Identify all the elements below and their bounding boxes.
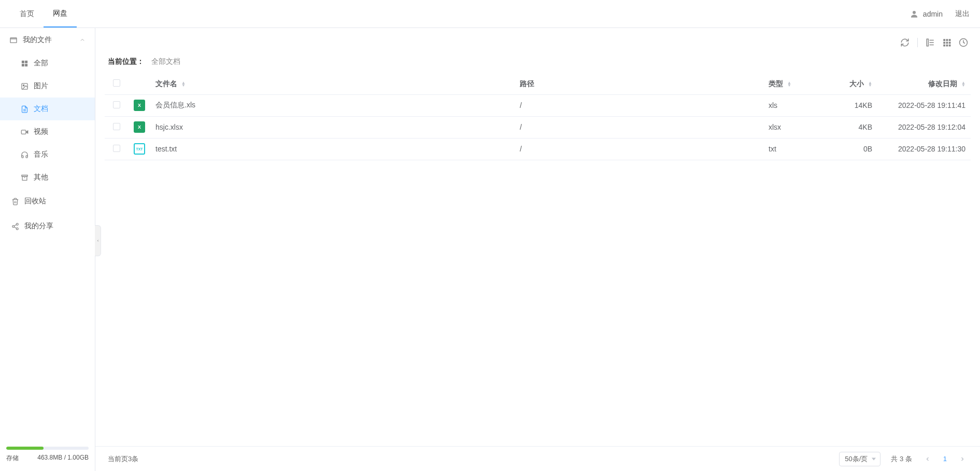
share-icon — [11, 223, 19, 230]
breadcrumb-root[interactable]: 全部文档 — [151, 57, 180, 66]
file-date: 2022-05-28 19:11:30 — [877, 138, 971, 160]
file-size: 0B — [820, 138, 877, 160]
storage-info: 存储 463.8MB / 1.00GB — [0, 441, 95, 471]
file-type: txt — [763, 138, 820, 160]
logout-link[interactable]: 退出 — [955, 9, 970, 19]
sidebar-item-label: 其他 — [34, 173, 48, 182]
chevron-left-icon — [96, 238, 100, 243]
prev-page-button[interactable] — [922, 454, 933, 464]
svg-line-18 — [14, 225, 16, 226]
file-size: 4KB — [820, 116, 877, 138]
sort-icon: ▲▼ — [787, 81, 791, 87]
svg-point-0 — [913, 11, 916, 14]
sidebar-item-images[interactable]: 图片 — [0, 75, 95, 98]
chevron-left-icon — [925, 456, 931, 462]
separator — [917, 38, 918, 47]
svg-rect-13 — [22, 176, 27, 181]
svg-rect-20 — [927, 39, 928, 46]
page-size-select[interactable]: 50条/页 — [839, 452, 880, 466]
main: 当前位置： 全部文档 文件名 ▲▼ 路径 类型 — [95, 28, 980, 471]
list-icon — [926, 38, 935, 47]
file-type: xls — [763, 94, 820, 116]
refresh-button[interactable] — [899, 36, 911, 49]
table-row[interactable]: TXTtest.txt/txt0B2022-05-28 19:11:30 — [105, 138, 971, 160]
sidebar-item-documents[interactable]: 文档 — [0, 98, 95, 120]
svg-rect-31 — [946, 45, 948, 47]
svg-point-7 — [23, 85, 24, 86]
breadcrumb: 当前位置： 全部文档 — [95, 57, 980, 74]
headphones-icon — [21, 151, 29, 159]
svg-rect-28 — [946, 42, 948, 44]
svg-line-19 — [14, 227, 16, 228]
header-name[interactable]: 文件名 ▲▼ — [150, 74, 515, 94]
file-date: 2022-05-28 19:12:04 — [877, 116, 971, 138]
pagination-footer: 当前页3条 50条/页 共 3 条 1 — [95, 446, 980, 471]
video-icon — [21, 128, 29, 136]
sort-icon: ▲▼ — [961, 81, 965, 87]
toolbar — [95, 28, 980, 57]
file-name[interactable]: test.txt — [150, 138, 515, 160]
svg-rect-29 — [949, 42, 951, 44]
total-count: 共 3 条 — [891, 454, 912, 464]
sidebar-item-label: 图片 — [34, 81, 48, 91]
svg-rect-2 — [22, 60, 24, 63]
next-page-button[interactable] — [957, 454, 968, 464]
grid-view-button[interactable] — [941, 36, 953, 49]
svg-point-15 — [16, 223, 18, 225]
file-type: xlsx — [763, 116, 820, 138]
table-row[interactable]: Xhsjc.xlsx/xlsx4KB2022-05-28 19:12:04 — [105, 116, 971, 138]
tab-home[interactable]: 首页 — [10, 0, 44, 27]
file-name[interactable]: 会员信息.xls — [150, 94, 515, 116]
sidebar-item-label: 全部 — [34, 59, 48, 68]
row-checkbox[interactable] — [113, 145, 120, 152]
sidebar-collapse-handle[interactable] — [95, 225, 101, 256]
nav-tabs: 首页 网盘 — [10, 0, 77, 27]
svg-rect-3 — [25, 60, 27, 63]
storage-bar — [6, 447, 89, 450]
file-path: / — [515, 94, 763, 116]
header-right: admin 退出 — [910, 9, 970, 19]
header-size[interactable]: 大小 ▲▼ — [820, 74, 877, 94]
user-icon — [910, 9, 919, 19]
sidebar-item-label: 文档 — [34, 104, 48, 114]
file-date: 2022-05-28 19:11:41 — [877, 94, 971, 116]
refresh-icon — [900, 38, 910, 47]
svg-point-17 — [16, 228, 18, 230]
list-view-button[interactable] — [924, 36, 936, 49]
archive-icon — [21, 174, 29, 182]
table-row[interactable]: X会员信息.xls/xls14KB2022-05-28 19:11:41 — [105, 94, 971, 116]
grid-icon — [21, 60, 29, 67]
sidebar-item-label: 视频 — [34, 127, 48, 136]
file-type-icon: TXT — [134, 143, 145, 155]
breadcrumb-label: 当前位置： — [108, 57, 144, 66]
my-files-header[interactable]: 我的文件 — [0, 28, 95, 52]
sidebar-item-share[interactable]: 我的分享 — [0, 214, 95, 239]
header: 首页 网盘 admin 退出 — [0, 0, 980, 28]
sidebar-item-videos[interactable]: 视频 — [0, 120, 95, 143]
row-checkbox[interactable] — [113, 123, 120, 130]
storage-label: 存储 — [6, 454, 19, 463]
header-path: 路径 — [515, 74, 763, 94]
file-name[interactable]: hsjc.xlsx — [150, 116, 515, 138]
tab-netdisk[interactable]: 网盘 — [44, 0, 77, 27]
header-type[interactable]: 类型 ▲▼ — [763, 74, 820, 94]
svg-rect-27 — [943, 42, 945, 44]
table-header-row: 文件名 ▲▼ 路径 类型 ▲▼ 大小 ▲▼ 修改日期 — [105, 74, 971, 94]
sidebar-item-recycle[interactable]: 回收站 — [0, 189, 95, 214]
header-date[interactable]: 修改日期 ▲▼ — [877, 74, 971, 94]
file-table: 文件名 ▲▼ 路径 类型 ▲▼ 大小 ▲▼ 修改日期 — [95, 74, 980, 446]
row-checkbox[interactable] — [113, 101, 120, 108]
page-number[interactable]: 1 — [940, 453, 950, 465]
select-all-checkbox[interactable] — [113, 79, 120, 87]
storage-fill — [6, 447, 44, 450]
user-menu[interactable]: admin — [910, 9, 943, 19]
my-files-group: 我的文件 全部 图片 文档 — [0, 28, 95, 189]
svg-rect-25 — [946, 39, 948, 41]
timeline-view-button[interactable] — [957, 36, 970, 49]
sidebar-item-other[interactable]: 其他 — [0, 166, 95, 189]
file-type-icon: X — [134, 100, 145, 111]
sidebar-item-all[interactable]: 全部 — [0, 52, 95, 75]
my-files-label: 我的文件 — [23, 35, 52, 45]
sidebar-item-music[interactable]: 音乐 — [0, 143, 95, 166]
file-type-icon: X — [134, 121, 145, 133]
